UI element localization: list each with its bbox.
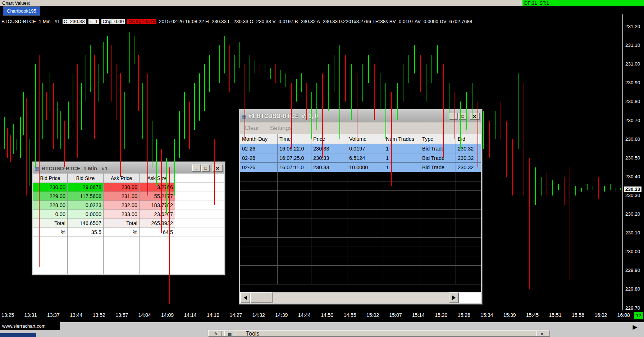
price-axis-label: 229.90: [625, 268, 640, 273]
price-bar: [250, 55, 250, 92]
price-bar: [13, 124, 14, 154]
price-bar: [199, 73, 200, 120]
price-bar: [64, 121, 65, 167]
pencil-tool-button[interactable]: ✎: [211, 331, 221, 337]
price-bar: [73, 73, 73, 120]
time-axis-label: 15:02: [366, 312, 379, 318]
price-bar: [219, 45, 220, 83]
time-axis-label: 14:39: [275, 312, 288, 318]
last-price-box: 230.33: [624, 187, 641, 192]
feed-status-text: DF:31 ST:1: [524, 0, 549, 6]
price-bar: [174, 139, 175, 196]
price-bar: [368, 55, 369, 83]
price-bar: [20, 117, 21, 158]
price-bar: [26, 98, 27, 196]
price-bar: [570, 167, 570, 280]
keyboard-tool-button[interactable]: ▤: [224, 331, 235, 337]
time-axis-label: 14:19: [207, 312, 219, 318]
price-bar: [345, 55, 346, 102]
price-bar: [39, 55, 40, 267]
price-bar: [620, 188, 621, 190]
price-bar: [301, 73, 302, 92]
price-bar: [138, 55, 139, 111]
price-bar: [604, 186, 605, 192]
time-axis-label: 14:32: [252, 312, 265, 318]
price-bar: [68, 102, 69, 139]
price-bar: [547, 173, 547, 196]
time-axis-label: 13:44: [70, 312, 82, 318]
price-bar: [351, 64, 352, 120]
time-axis-label: 15:45: [526, 312, 539, 318]
taskbar-fragment: [0, 333, 36, 337]
price-bar: [111, 45, 112, 102]
price-bar: [245, 64, 245, 139]
price-bar: [214, 139, 215, 205]
price-bar: [169, 167, 170, 304]
time-axis-labels: 13:2513:3113:3713:4413:5213:5714:0414:09…: [0, 310, 630, 318]
time-axis-label: 13:25: [1, 312, 14, 318]
price-bar: [107, 36, 108, 73]
price-bar: [99, 64, 99, 102]
time-axis-label: 14:04: [138, 312, 151, 318]
price-bar: [397, 83, 398, 120]
price-bar: [575, 186, 576, 196]
feed-status: DF:31 ST:1: [522, 0, 644, 6]
price-bar: [455, 92, 455, 139]
price-bar: [60, 111, 61, 148]
time-axis[interactable]: 13:2513:3113:3713:4413:5213:5714:0414:09…: [0, 310, 644, 322]
price-axis-label: 230.60: [625, 136, 640, 142]
price-bar: [209, 55, 210, 92]
time-axis-label: 15:39: [503, 312, 516, 318]
time-axis-label: 14:14: [184, 312, 197, 318]
price-axis-label: 230.20: [625, 211, 640, 217]
trades-value: T=1: [88, 19, 99, 24]
price-bar: [414, 45, 415, 73]
sierra-chart-screen: Chart Values: DF:31 ST:1 Chartbook195 BT…: [0, 0, 644, 337]
price-bar: [374, 64, 375, 120]
price-bar: [147, 73, 148, 196]
price-bar: [443, 64, 444, 158]
chart-values-label: Chart Values:: [2, 0, 30, 6]
price-bar: [234, 55, 235, 83]
price-bar: [362, 64, 363, 102]
price-bar: [50, 73, 50, 111]
price-bar: [229, 45, 230, 92]
tools-menu-label[interactable]: Tools: [246, 331, 259, 336]
sierrachart-link[interactable]: www.sierrachart.com: [0, 322, 60, 330]
price-bar: [460, 102, 461, 148]
price-bar: [616, 188, 616, 192]
chart-header-line: BTCUSD-BTCE 1 Min #1 C=230.33 T=1 Chg=0.…: [1, 18, 472, 25]
price-bar: [7, 128, 8, 158]
price-bar: [224, 36, 225, 73]
price-axis-label: 230.90: [625, 80, 640, 85]
price-bar: [391, 92, 392, 186]
price-bar: [518, 73, 519, 148]
price-axis-label: 231.00: [625, 61, 640, 67]
tools-toolbar[interactable]: ✎ ▤ Tools ×: [208, 330, 550, 337]
close-value: C=230.33: [63, 19, 86, 24]
price-bar: [179, 111, 180, 158]
price-bar: [541, 177, 542, 196]
price-bar: [4, 117, 5, 149]
time-axis-label: 13:37: [47, 312, 60, 318]
price-bar: [311, 92, 312, 139]
toolbar-close-button[interactable]: ×: [536, 331, 547, 337]
price-bar: [564, 177, 565, 205]
price-bar: [339, 45, 340, 139]
price-axis-label: 230.10: [625, 230, 640, 235]
time-axis-label: 14:55: [344, 312, 356, 318]
bar-spacing-badge: 12: [634, 312, 643, 319]
price-bars[interactable]: [0, 17, 622, 310]
price-bar: [506, 121, 507, 177]
price-axis-label: 230.00: [625, 249, 640, 254]
dchg-value: DChg=-0.76: [127, 19, 156, 24]
price-axis[interactable]: 230.33 231.20231.10231.00230.90230.80230…: [622, 14, 644, 310]
price-bar: [57, 102, 58, 139]
time-axis-label: 14:44: [298, 312, 311, 318]
chart-scroll-right-button[interactable]: ▶: [629, 323, 641, 331]
tab-chartbook[interactable]: Chartbook195: [3, 6, 40, 15]
price-bar: [306, 83, 307, 120]
price-bar: [437, 45, 438, 73]
price-bar: [29, 139, 29, 186]
price-axis-label: 231.20: [625, 24, 640, 29]
